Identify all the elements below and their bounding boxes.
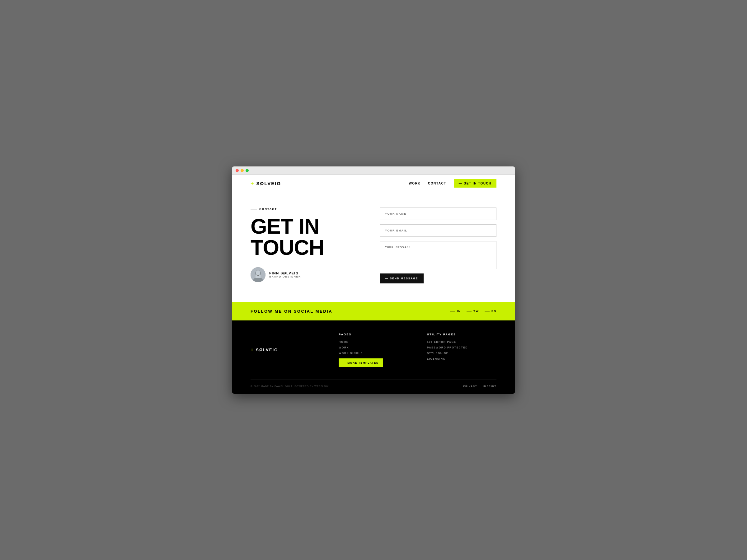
browser-window: + SØLVEIG WORK CONTACT — GET IN TOUCH CO… xyxy=(232,166,515,394)
contact-form: — SEND MESSAGE xyxy=(380,208,496,284)
footer-top: + SØLVEIG PAGES HOME WORK WORK SINGLE — … xyxy=(251,333,496,367)
avatar xyxy=(251,267,265,282)
social-links: IN TW FB xyxy=(450,310,496,313)
footer-utility-col: UTILITY PAGES 404 ERROR PAGE PASSWORD PR… xyxy=(427,333,496,367)
browser-dot-maximize[interactable] xyxy=(246,169,249,172)
browser-dot-minimize[interactable] xyxy=(240,169,244,172)
footer-copyright: © 2022 MADE BY PAWEL GOLA. POWERED BY WE… xyxy=(251,385,330,388)
name-input[interactable] xyxy=(380,208,496,220)
footer-link-work-single[interactable]: WORK SINGLE xyxy=(339,351,408,355)
contact-section: CONTACT GET IN TOUCH xyxy=(232,192,515,302)
person-name: FINN SØLVEIG xyxy=(269,271,301,275)
logo-text: SØLVEIG xyxy=(256,181,281,186)
footer-link-licensing[interactable]: LICENSING xyxy=(427,357,496,360)
social-text: FOLLOW ME ON SOCIAL MEDIA xyxy=(251,309,332,314)
footer-pages-col: PAGES HOME WORK WORK SINGLE — MORE TEMPL… xyxy=(339,333,408,367)
logo-plus-icon: + xyxy=(251,180,255,187)
navbar: + SØLVEIG WORK CONTACT — GET IN TOUCH xyxy=(232,175,515,192)
site-wrapper: + SØLVEIG WORK CONTACT — GET IN TOUCH CO… xyxy=(232,175,515,394)
contact-person-info: FINN SØLVEIG BRAND DESIGNER xyxy=(269,271,301,278)
browser-dot-close[interactable] xyxy=(236,169,239,172)
send-message-button[interactable]: — SEND MESSAGE xyxy=(380,273,423,284)
email-input[interactable] xyxy=(380,224,496,237)
nav-cta-button[interactable]: — GET IN TOUCH xyxy=(454,179,496,188)
person-role: BRAND DESIGNER xyxy=(269,275,301,278)
footer-privacy-link[interactable]: PRIVACY xyxy=(463,385,477,388)
message-textarea[interactable] xyxy=(380,241,496,269)
nav-links: WORK CONTACT — GET IN TOUCH xyxy=(409,179,496,188)
footer-link-password[interactable]: PASSWORD PROTECTED xyxy=(427,346,496,349)
contact-label: CONTACT xyxy=(251,208,367,211)
svg-point-3 xyxy=(256,270,260,275)
social-link-in[interactable]: IN xyxy=(450,310,461,313)
social-strip: FOLLOW ME ON SOCIAL MEDIA IN TW FB xyxy=(232,302,515,320)
footer-logo-plus-icon: + xyxy=(251,347,254,353)
nav-logo[interactable]: + SØLVEIG xyxy=(251,180,281,187)
footer-link-work[interactable]: WORK xyxy=(339,346,408,349)
footer-logo-text: SØLVEIG xyxy=(256,348,278,352)
contact-heading: GET IN TOUCH xyxy=(251,216,367,258)
contact-left: CONTACT GET IN TOUCH xyxy=(251,208,367,282)
contact-person: FINN SØLVEIG BRAND DESIGNER xyxy=(251,267,367,282)
social-link-tw[interactable]: TW xyxy=(467,310,479,313)
social-link-fb[interactable]: FB xyxy=(485,310,496,313)
more-templates-button[interactable]: — MORE TEMPLATES xyxy=(339,358,383,367)
footer-link-home[interactable]: HOME xyxy=(339,340,408,344)
nav-link-work[interactable]: WORK xyxy=(409,182,420,185)
nav-link-contact[interactable]: CONTACT xyxy=(428,182,446,185)
footer-bottom: © 2022 MADE BY PAWEL GOLA. POWERED BY WE… xyxy=(251,379,496,388)
footer-logo[interactable]: + SØLVEIG xyxy=(251,333,320,367)
contact-heading-line1: GET IN xyxy=(251,214,319,238)
footer-link-404[interactable]: 404 ERROR PAGE xyxy=(427,340,496,344)
browser-chrome xyxy=(232,166,515,175)
footer-legal: PRIVACY IMPRINT xyxy=(463,385,496,388)
footer-link-styleguide[interactable]: STYLEGUIDE xyxy=(427,351,496,355)
footer-pages-title: PAGES xyxy=(339,333,408,336)
footer: + SØLVEIG PAGES HOME WORK WORK SINGLE — … xyxy=(232,320,515,394)
footer-utility-title: UTILITY PAGES xyxy=(427,333,496,336)
contact-heading-line2: TOUCH xyxy=(251,236,324,259)
footer-imprint-link[interactable]: IMPRINT xyxy=(483,385,496,388)
